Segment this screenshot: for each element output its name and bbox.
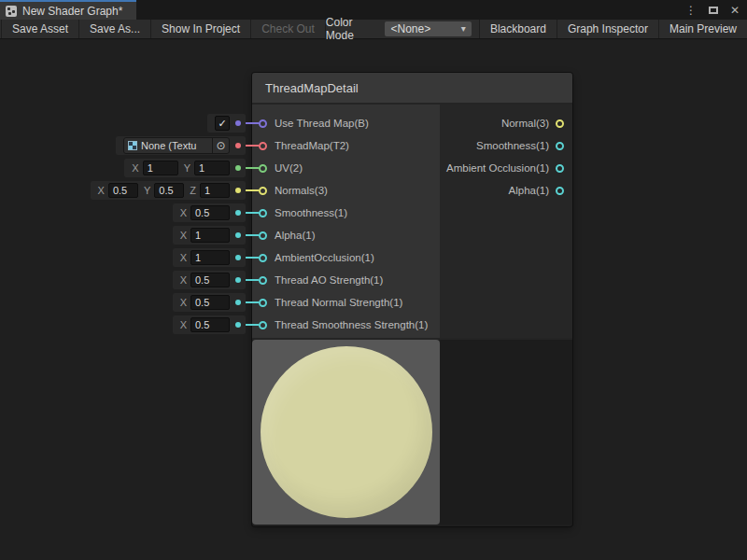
input-port-label: ThreadMap(T2) xyxy=(275,140,349,151)
port-wire xyxy=(246,324,259,326)
widget-strip: X1 Y1 xyxy=(124,159,246,177)
output-ports-column: Normal(3) Smoothness(1) Ambient Occlusio… xyxy=(440,105,572,338)
axis-label: Y xyxy=(184,162,190,174)
axis-label: X xyxy=(180,230,187,241)
output-port-icon[interactable] xyxy=(556,142,564,150)
more-icon[interactable]: ⋮ xyxy=(685,5,697,16)
vector-x-field[interactable]: 1 xyxy=(143,161,178,175)
output-port-label: Alpha(1) xyxy=(509,185,549,196)
node-preview-section xyxy=(252,338,572,525)
input-port-icon[interactable] xyxy=(259,209,267,217)
output-port-icon[interactable] xyxy=(556,187,564,195)
show-in-project-button[interactable]: Show In Project xyxy=(151,20,251,38)
node-threadmapdetail[interactable]: ThreadMapDetail Use Thread Map(B) Thread… xyxy=(252,73,572,526)
node-port-area: Use Thread Map(B) ThreadMap(T2) UV(2) No… xyxy=(252,105,572,338)
save-asset-button[interactable]: Save Asset xyxy=(1,20,79,38)
color-mode-dropdown[interactable]: <None> ▾ xyxy=(385,21,471,36)
texture-thumbnail-icon xyxy=(128,141,137,150)
input-port-row: AmbientOcclusion(1) xyxy=(252,246,440,269)
input-port-label: Smoothness(1) xyxy=(275,207,347,218)
input-port-row: Thread AO Strength(1) xyxy=(252,269,440,291)
axis-label: Z xyxy=(190,185,196,196)
input-port-label: UV(2) xyxy=(275,162,303,174)
vector-y-field[interactable]: 0.5 xyxy=(154,183,184,198)
vector-x-field[interactable]: 1 xyxy=(190,250,230,265)
port-wire xyxy=(246,212,259,214)
port-wire xyxy=(246,167,259,169)
input-port-icon[interactable] xyxy=(259,164,267,173)
input-port-row: Thread Normal Strength(1) xyxy=(252,291,440,314)
input-widget-row: X0.5 xyxy=(173,291,259,314)
maximize-icon[interactable] xyxy=(709,7,718,14)
input-port-row: Thread Smoothness Strength(1) xyxy=(252,314,440,336)
tab-title: New Shader Graph* xyxy=(22,5,122,18)
input-widget-row: X1 Y1 xyxy=(124,157,259,179)
port-value-dot xyxy=(235,210,241,216)
axis-label: X xyxy=(180,319,187,330)
input-port-label: Thread AO Strength(1) xyxy=(275,274,383,286)
node-title-bar[interactable]: ThreadMapDetail xyxy=(252,73,572,105)
output-port-row: Ambient Occlusion(1) xyxy=(440,157,572,179)
color-mode-value: <None> xyxy=(390,22,460,35)
port-value-dot xyxy=(235,300,241,305)
vector-x-field[interactable]: 0.5 xyxy=(190,205,230,220)
threadmap-texture-field[interactable]: None (Textu ⊙ xyxy=(123,137,230,154)
port-wire xyxy=(246,189,259,191)
output-port-row: Normal(3) xyxy=(440,112,572,134)
input-port-icon[interactable] xyxy=(259,119,267,128)
vector-y-field[interactable]: 1 xyxy=(194,161,230,175)
vector-x-field[interactable]: 0.5 xyxy=(190,317,230,332)
output-port-icon[interactable] xyxy=(556,164,564,173)
input-port-label: Normals(3) xyxy=(275,185,328,196)
blackboard-toggle-button[interactable]: Blackboard xyxy=(479,20,557,38)
use-thread-map-checkbox[interactable]: ✓ xyxy=(215,116,230,131)
input-port-icon[interactable] xyxy=(259,276,267,285)
input-port-icon[interactable] xyxy=(259,187,267,195)
object-picker-icon[interactable]: ⊙ xyxy=(212,138,229,153)
vector-z-field[interactable]: 1 xyxy=(200,183,230,198)
input-port-label: Alpha(1) xyxy=(275,230,315,241)
port-value-dot xyxy=(235,232,241,238)
port-value-dot xyxy=(235,277,241,283)
save-as-button[interactable]: Save As... xyxy=(79,20,151,38)
shader-graph-toolbar: Save Asset Save As... Show In Project Ch… xyxy=(0,20,747,39)
port-value-dot xyxy=(235,255,241,260)
port-value-dot xyxy=(235,120,241,126)
input-port-label: Thread Smoothness Strength(1) xyxy=(275,319,428,330)
input-port-icon[interactable] xyxy=(259,299,267,307)
input-port-icon[interactable] xyxy=(259,142,267,150)
input-widget-row: X1 xyxy=(173,224,259,246)
widget-strip: X0.5 Y0.5 Z1 xyxy=(91,181,246,200)
window-controls: ⋮ ✕ xyxy=(685,0,740,20)
vector-x-field[interactable]: 1 xyxy=(190,228,230,243)
widget-strip: X1 xyxy=(173,248,246,267)
input-port-row: Use Thread Map(B) xyxy=(252,112,440,134)
texture-object-value: None (Textu xyxy=(124,140,212,151)
close-icon[interactable]: ✕ xyxy=(730,5,740,16)
output-port-label: Ambient Occlusion(1) xyxy=(446,162,549,174)
widget-strip: X0.5 xyxy=(173,293,246,312)
graph-inspector-toggle-button[interactable]: Graph Inspector xyxy=(557,20,658,38)
input-port-row: UV(2) xyxy=(252,157,440,179)
input-widget-row: X0.5 xyxy=(173,269,259,291)
axis-label: X xyxy=(180,252,187,263)
vector-x-field[interactable]: 0.5 xyxy=(190,273,230,287)
preview-sphere xyxy=(261,346,432,518)
port-wire xyxy=(246,279,259,281)
tab-new-shader-graph[interactable]: New Shader Graph* xyxy=(0,0,136,20)
input-port-icon[interactable] xyxy=(259,321,267,329)
unity-shader-graph-window: { "window": { "tab_title": "New Shader G… xyxy=(0,0,747,560)
input-port-icon[interactable] xyxy=(259,231,267,240)
main-preview-toggle-button[interactable]: Main Preview xyxy=(658,20,747,38)
output-port-icon[interactable] xyxy=(556,119,564,128)
vector-x-field[interactable]: 0.5 xyxy=(190,295,230,310)
input-port-row: ThreadMap(T2) xyxy=(252,134,440,157)
input-port-icon[interactable] xyxy=(259,254,267,262)
vector-x-field[interactable]: 0.5 xyxy=(108,183,138,198)
color-mode-group: Color Mode <None> ▾ xyxy=(326,20,479,38)
input-port-label: AmbientOcclusion(1) xyxy=(275,252,374,263)
input-widget-row: X0.5 xyxy=(173,202,259,224)
input-widget-row: X1 xyxy=(173,246,259,269)
chevron-down-icon: ▾ xyxy=(461,24,466,34)
port-wire xyxy=(246,301,259,303)
